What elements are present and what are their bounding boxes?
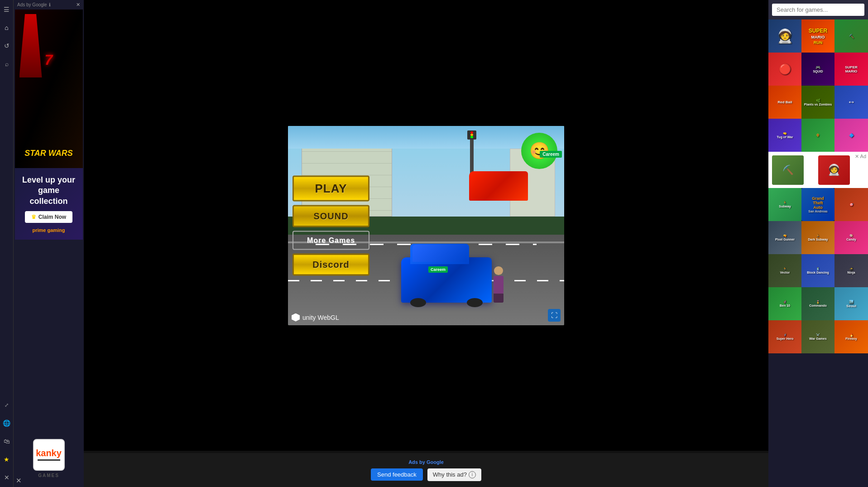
arrows-label: ↔ bbox=[834, 86, 868, 119]
among-us-label: 🧑‍🚀 bbox=[768, 19, 801, 53]
crown-icon: ♛ bbox=[31, 214, 36, 220]
gta-label: Grand Theft Auto San Andreas bbox=[801, 188, 834, 221]
info-icon: i bbox=[469, 471, 476, 478]
candy-label: 🍭Candy bbox=[834, 221, 868, 254]
game-thumb-ben10[interactable]: 🦸Ben 10 bbox=[768, 287, 801, 320]
minecraft-ad-thumb[interactable]: ⛏️ bbox=[772, 155, 804, 185]
games-row-7: 🏃Vector 🕺Block Dancing 🥷Ninja bbox=[768, 254, 868, 287]
game-thumb-seoul[interactable]: 🏙️Seoul bbox=[834, 287, 868, 320]
more-games-button[interactable]: More Games bbox=[293, 231, 369, 250]
seoul-label: 🏙️Seoul bbox=[834, 287, 868, 320]
game-thumb-arrows[interactable]: ↔ bbox=[834, 86, 868, 119]
games-row-1: 🧑‍🚀 SUPER MARIO RUN ⛏️ bbox=[768, 19, 868, 53]
unity-webgl-label: unity WebGL bbox=[292, 313, 339, 322]
game-area: Careem 😊 Careem PLAY SOUND More Games bbox=[84, 0, 768, 451]
redball2-label: Red Ball bbox=[768, 86, 801, 119]
kanky-subtitle: GAMES bbox=[38, 473, 59, 478]
claim-now-button[interactable]: ♛ Claim Now bbox=[25, 211, 72, 223]
game-canvas: Careem 😊 Careem PLAY SOUND More Games bbox=[288, 126, 564, 325]
game-thumb-among-us[interactable]: 🧑‍🚀 bbox=[768, 19, 801, 53]
games-row-9: 🦸Super Hero ⚔️War Games 🔥Fireboy bbox=[768, 320, 868, 353]
shop-icon[interactable]: 🛍 bbox=[2, 436, 12, 446]
ben10-label: 🦸Ben 10 bbox=[768, 287, 801, 320]
refresh-icon[interactable]: ↺ bbox=[2, 41, 12, 51]
game-thumb-pixelgun[interactable]: 🔫Pixel Gunner bbox=[768, 221, 801, 254]
game-thumb-redball[interactable]: 🔴 bbox=[768, 53, 801, 86]
sound-button[interactable]: SOUND bbox=[293, 205, 369, 227]
right-sidebar: 🧑‍🚀 SUPER MARIO RUN ⛏️ 🔴 bbox=[768, 0, 868, 487]
globe-icon[interactable]: 🌐 bbox=[2, 418, 12, 428]
right-ad-close[interactable]: ✕ Ad bbox=[855, 154, 866, 159]
shape-label: 🔷 bbox=[834, 119, 868, 152]
game-thumb-candy[interactable]: 🍭Candy bbox=[834, 221, 868, 254]
star-wars-ad[interactable]: 7 STAR WARS bbox=[15, 10, 83, 168]
game-thumb-supermario2[interactable]: SUPERMARIO bbox=[834, 53, 868, 86]
bottom-buttons-container: Send feedback Why this ad? i bbox=[371, 468, 481, 481]
minecraft-label: ⛏️ bbox=[834, 19, 868, 53]
red-car bbox=[469, 171, 528, 201]
ads-close-btn[interactable]: ✕ bbox=[76, 2, 80, 8]
game-thumb-mario-run[interactable]: SUPER MARIO RUN bbox=[801, 19, 834, 53]
close-sidebar-icon[interactable]: ✕ bbox=[2, 473, 12, 482]
kanky-logo: kanky bbox=[33, 439, 65, 471]
ninja-label: 🥷Ninja bbox=[834, 254, 868, 287]
game-thumb-minecraft[interactable]: ⛏️ bbox=[834, 19, 868, 53]
menu-icon[interactable]: ☰ bbox=[2, 5, 12, 14]
search-input[interactable] bbox=[772, 4, 864, 16]
block-label: 🕺Block Dancing bbox=[801, 254, 834, 287]
game-thumb-redball2[interactable]: Red Ball bbox=[768, 86, 801, 119]
game-thumb-gta[interactable]: Grand Theft Auto San Andreas bbox=[801, 188, 834, 221]
pvz2-label: 🌻 bbox=[801, 119, 834, 152]
blue-car: Careem bbox=[401, 257, 492, 303]
google-text: Google bbox=[427, 459, 444, 465]
fullscreen-button[interactable]: ⛶ bbox=[548, 309, 561, 322]
game-thumb-zombies[interactable]: 🌿Plants vs Zombies bbox=[801, 86, 834, 119]
game-thumb-superhero[interactable]: 🦸Super Hero bbox=[768, 320, 801, 353]
game-thumb-subway[interactable]: 🏃Subway bbox=[768, 188, 801, 221]
game-thumb-fireboy[interactable]: 🔥Fireboy bbox=[834, 320, 868, 353]
prime-logo-text: prime gaming bbox=[32, 227, 65, 233]
game-thumb-game3[interactable]: 🎯 bbox=[834, 188, 868, 221]
wargames-label: ⚔️War Games bbox=[801, 320, 834, 353]
games-row-6: 🔫Pixel Gunner 🏃Dark Subway 🍭Candy bbox=[768, 221, 868, 254]
games-row-5: 🏃Subway Grand Theft Auto San Andreas 🎯 bbox=[768, 188, 868, 221]
wheel-front bbox=[410, 298, 426, 307]
right-ad-banner: ✕ Ad ⛏️ 🧑‍🚀 bbox=[768, 152, 868, 188]
send-feedback-button[interactable]: Send feedback bbox=[371, 468, 423, 481]
left-panel-close-icon[interactable]: ✕ bbox=[16, 477, 22, 485]
game-menu: PLAY SOUND More Games Discord bbox=[293, 175, 369, 275]
why-this-ad-text: Why this ad? bbox=[433, 471, 467, 478]
among-us-ad-thumb[interactable]: 🧑‍🚀 bbox=[818, 155, 850, 185]
play-button[interactable]: PLAY bbox=[293, 175, 369, 201]
person-head bbox=[494, 266, 503, 275]
wheel-back bbox=[467, 298, 483, 307]
tugofwar-label: 🤜Tug of War bbox=[768, 119, 801, 152]
game-thumb-wargames[interactable]: ⚔️War Games bbox=[801, 320, 834, 353]
fireboy-label: 🔥Fireboy bbox=[834, 320, 868, 353]
game-thumb-block[interactable]: 🕺Block Dancing bbox=[801, 254, 834, 287]
star-icon[interactable]: ★ bbox=[2, 454, 12, 464]
game-thumb-pvz2[interactable]: 🌻 bbox=[801, 119, 834, 152]
ads-by-text: Ads by bbox=[408, 459, 425, 465]
game-thumb-darksubway[interactable]: 🏃Dark Subway bbox=[801, 221, 834, 254]
pixelgun-label: 🔫Pixel Gunner bbox=[768, 221, 801, 254]
game-thumb-vector[interactable]: 🏃Vector bbox=[768, 254, 801, 287]
kanky-games-section: kanky GAMES bbox=[14, 439, 84, 478]
person-legs bbox=[494, 294, 504, 303]
games-row-3: Red Ball 🌿Plants vs Zombies ↔ bbox=[768, 86, 868, 119]
game-thumb-squidgame[interactable]: 🎮SQUID bbox=[801, 53, 834, 86]
ads-info-icon: ℹ bbox=[49, 2, 51, 7]
search-icon[interactable]: ⌕ bbox=[2, 59, 12, 69]
bottom-ads-label: Ads by Google bbox=[408, 459, 444, 465]
game-thumb-tugofwar[interactable]: 🤜Tug of War bbox=[768, 119, 801, 152]
discord-button[interactable]: Discord bbox=[293, 253, 369, 275]
game-thumb-shape[interactable]: 🔷 bbox=[834, 119, 868, 152]
why-this-ad-button[interactable]: Why this ad? i bbox=[427, 468, 481, 481]
expand-icon[interactable]: ⤢ bbox=[2, 400, 12, 410]
home-icon[interactable]: ⌂ bbox=[2, 23, 12, 33]
traffic-light-pole bbox=[470, 140, 474, 176]
darksubway-label: 🏃Dark Subway bbox=[801, 221, 834, 254]
game-thumb-ninja[interactable]: 🥷Ninja bbox=[834, 254, 868, 287]
game-thumb-commando[interactable]: 🎖️Commando bbox=[801, 287, 834, 320]
prime-gaming-ad: Level up your game collection ♛ Claim No… bbox=[15, 168, 83, 240]
